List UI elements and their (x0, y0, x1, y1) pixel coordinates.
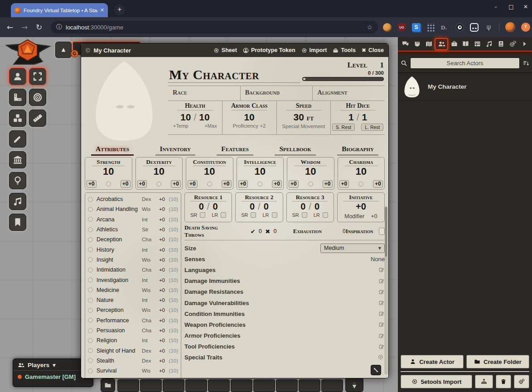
temp-hp-field[interactable]: +Temp (173, 123, 188, 129)
pair-extension-icon[interactable] (470, 23, 479, 32)
skill-row[interactable]: Animal HandlingWis+0(10) (88, 204, 178, 214)
5etools-import-button[interactable]: 5etools Import (401, 375, 472, 388)
proficiency-toggle[interactable] (156, 182, 161, 186)
skill-row[interactable]: PerformanceCha+0(10) (88, 316, 178, 325)
ruler-tool-button[interactable] (29, 110, 46, 127)
skill-row[interactable]: ArcanaInt+0(10) (88, 215, 178, 225)
delete-all-button[interactable] (496, 375, 511, 388)
new-tab-button[interactable]: + (114, 5, 125, 15)
profile-avatar[interactable] (505, 22, 515, 32)
sheet-tab-biography[interactable]: Biography (337, 145, 378, 156)
edit-icon[interactable] (378, 344, 385, 350)
prototype-token-control[interactable]: Prototype Token (243, 47, 295, 53)
skill-row[interactable]: MedicineWis+0(10) (88, 285, 178, 295)
lr-checkbox[interactable] (323, 212, 328, 218)
gear-icon[interactable] (377, 354, 385, 361)
proficiency-radio[interactable] (88, 287, 93, 292)
skill-row[interactable]: SurvivalWis+0(10) (88, 366, 178, 376)
token-controls-button[interactable] (9, 68, 26, 85)
tab-scenes[interactable] (423, 38, 435, 49)
proficiency-radio[interactable] (88, 328, 93, 333)
initiative-box[interactable]: Initiative+0Modifier+0 (337, 192, 385, 222)
check-mod[interactable]: +0 (323, 180, 333, 188)
edit-icon[interactable] (378, 267, 385, 273)
ability-strength[interactable]: Strength10+0+0 (85, 157, 132, 190)
save-mod[interactable]: +0 (188, 180, 198, 188)
lighting-controls-button[interactable] (9, 172, 26, 189)
skill-row[interactable]: InvestigationInt+0(10) (88, 275, 178, 285)
ability-intelligence[interactable]: Intelligence10+0+0 (237, 157, 284, 190)
proficiency-toggle[interactable] (308, 182, 313, 186)
proficiency-radio[interactable] (88, 277, 93, 282)
save-mod[interactable]: +0 (87, 180, 97, 188)
sound-controls-button[interactable] (9, 193, 26, 210)
note-controls-button[interactable] (9, 214, 26, 231)
proficiency-toggle[interactable] (207, 182, 212, 186)
cookie-extension-icon[interactable] (383, 23, 392, 32)
ability-wisdom[interactable]: Wisdom10+0+0 (287, 157, 334, 190)
size-select[interactable]: Medium▼ (320, 244, 385, 253)
check-mod[interactable]: +0 (121, 180, 131, 188)
fork-extension-icon[interactable]: ψ (484, 23, 493, 32)
proficiency-radio[interactable] (88, 237, 93, 242)
skill-row[interactable]: NatureInt+0(10) (88, 295, 178, 305)
macro-slot[interactable] (253, 379, 275, 392)
tab-settings[interactable] (507, 38, 518, 49)
tab-combat[interactable] (411, 38, 423, 49)
select-tool-button[interactable] (29, 68, 46, 85)
actor-list-item[interactable]: My Character (398, 73, 532, 100)
sr-checkbox[interactable] (251, 212, 256, 218)
hotbar-page-down-icon[interactable]: ▼ (353, 385, 356, 388)
ability-constitution[interactable]: Constitution10+0+0 (186, 157, 233, 190)
window-minimize-button[interactable]: – (488, 0, 503, 14)
health-stat[interactable]: Health 10/10 +Temp+Max (168, 101, 222, 134)
target-tool-button[interactable] (29, 89, 46, 106)
proficiency-radio[interactable] (88, 247, 93, 252)
proficiency-radio[interactable] (88, 298, 93, 303)
proficiency-radio[interactable] (88, 318, 93, 323)
window-header[interactable]: © My Character SheetPrototype TokenImpor… (81, 43, 388, 57)
macro-slot[interactable] (299, 379, 320, 392)
back-button[interactable]: ← (3, 23, 17, 32)
exhaustion-value[interactable]: 0 (343, 228, 346, 234)
tab-close-icon[interactable]: ✕ (100, 7, 104, 13)
armor-class-stat[interactable]: Armor Class 10 Proficiency +2 (222, 101, 276, 134)
save-mod[interactable]: +0 (137, 180, 147, 188)
edit-icon[interactable] (378, 333, 385, 339)
close-control[interactable]: ✖Close (362, 47, 384, 53)
collapse-sidebar[interactable] (518, 38, 530, 49)
window-close-button[interactable]: ✕ (518, 0, 532, 14)
macro-slot[interactable] (117, 379, 139, 392)
sr-checkbox[interactable] (302, 212, 307, 218)
forward-button[interactable]: → (17, 23, 32, 32)
skill-row[interactable]: InsightWis+0(10) (88, 255, 178, 265)
tab-chat[interactable] (400, 38, 411, 49)
character-portrait[interactable] (85, 58, 164, 141)
macro-slot[interactable] (321, 379, 343, 392)
skill-row[interactable]: Sleight of HandDex+0(10) (88, 345, 178, 355)
sheet-scrollbar[interactable] (385, 206, 387, 374)
check-mod[interactable]: +0 (222, 180, 232, 188)
save-mod[interactable]: +0 (238, 180, 248, 188)
nav-collapse-button[interactable]: ▲ (55, 42, 72, 58)
tile-controls-button[interactable] (9, 110, 26, 127)
bookmark-star-icon[interactable]: ☆ (367, 24, 372, 31)
max-hp-field[interactable]: +Max (204, 123, 217, 129)
skill-row[interactable]: PerceptionWis+0(10) (88, 305, 178, 315)
skill-row[interactable]: PersuasionCha+0(10) (88, 325, 178, 335)
edit-icon[interactable] (378, 311, 385, 317)
resource-1-box[interactable]: Resource 10/0SRLR (184, 192, 232, 222)
tab-items[interactable] (448, 38, 460, 49)
proficiency-radio[interactable] (88, 338, 93, 343)
tab-tables[interactable] (472, 38, 484, 49)
check-mod[interactable]: +0 (373, 180, 383, 188)
death-success-icon[interactable]: ✔ (251, 228, 256, 235)
skill-row[interactable]: DeceptionCha+0(10) (88, 234, 178, 244)
lr-checkbox[interactable] (272, 212, 277, 218)
eye-extension-icon[interactable] (455, 23, 464, 32)
short-rest-button[interactable]: S. Rest (332, 124, 355, 131)
sheet-tab-features[interactable]: Features (217, 145, 253, 156)
document-id-icon[interactable]: © (86, 47, 90, 54)
edit-icon[interactable] (378, 289, 385, 295)
xp-value[interactable]: 0 / 300 (302, 70, 384, 76)
